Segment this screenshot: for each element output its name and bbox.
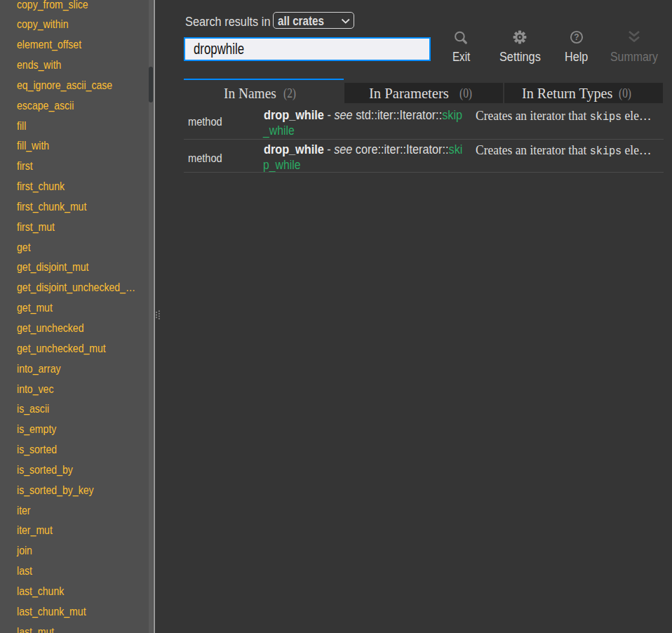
svg-text:?: ? xyxy=(574,32,579,42)
